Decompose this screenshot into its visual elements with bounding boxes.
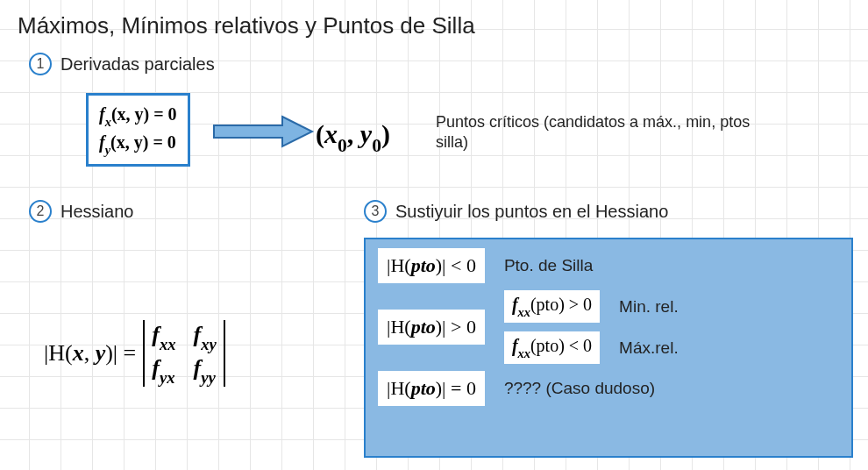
sub-case-max: fxx(pto) < 0 Máx.rel. [504, 331, 679, 364]
eq1-rhs: = 0 [149, 104, 176, 124]
cond-h-lt-0: |H(pto)| < 0 [378, 248, 485, 283]
clt-close: )| < 0 [436, 254, 476, 276]
m21-sub: yx [160, 368, 175, 387]
hess-open: |H( [44, 340, 73, 366]
m12-sub: xy [201, 335, 217, 353]
eq1-args: (x, y) [111, 104, 149, 124]
clt-pto: pto [411, 254, 436, 276]
case-doubt-text: ???? (Caso dudoso) [504, 379, 655, 398]
hessian-lhs: |H(x, y)| = [44, 340, 136, 367]
step-2-label: Hessiano [60, 202, 133, 222]
step-1-badge: 1 [29, 53, 52, 75]
hess-close-eq: )| = [105, 340, 136, 366]
m12-f: f [194, 322, 202, 347]
pt-x-sub: 0 [338, 135, 347, 156]
clt-open: |H( [387, 254, 411, 276]
sp-args: (pto) > 0 [530, 295, 592, 314]
ceq-close: )| = 0 [436, 377, 476, 399]
ceq-pto: pto [411, 377, 436, 399]
cgt-close: )| > 0 [436, 316, 476, 338]
hess-y: y [96, 340, 106, 366]
eq2-args: (x, y) [110, 132, 148, 152]
sn-args: (pto) < 0 [530, 336, 592, 355]
sp-f: f [512, 295, 518, 314]
m22-sub: yy [201, 368, 216, 387]
equation-fy: fy(x, y) = 0 [99, 130, 177, 158]
pt-open: ( [316, 119, 324, 148]
step-3-badge: 3 [364, 200, 387, 223]
classification-box: |H(pto)| < 0 Pto. de Silla |H(pto)| > 0 … [364, 238, 853, 458]
ceq-open: |H( [387, 377, 411, 399]
step-1-label: Derivadas parciales [60, 54, 215, 75]
page-title: Máximos, Mínimos relativos y Puntos de S… [18, 12, 475, 39]
sp-sub: xx [518, 305, 530, 319]
hess-comma: , [84, 340, 96, 366]
case-saddle: |H(pto)| < 0 Pto. de Silla [378, 248, 839, 283]
arrow-icon [210, 114, 316, 153]
step-2-badge: 2 [29, 200, 52, 223]
step-2-number: 2 [37, 203, 45, 219]
case-saddle-text: Pto. de Silla [504, 256, 593, 275]
step-3-label: Sustiyuir los puntos en el Hessiano [395, 202, 668, 222]
sub-case-min-text: Min. rel. [619, 297, 679, 317]
step-3-number: 3 [372, 203, 380, 219]
hessian-formula: |H(x, y)| = fxx fxy fyx fyy [44, 320, 225, 387]
system-equations-box: fx(x, y) = 0 fy(x, y) = 0 [86, 93, 190, 167]
critical-point-desc: Puntos críticos (candidatos a máx., min,… [436, 112, 769, 153]
case-extrema: |H(pto)| > 0 fxx(pto) > 0 Min. rel. fxx(… [378, 290, 839, 364]
cond-h-gt-0: |H(pto)| > 0 [378, 310, 485, 345]
m22-f: f [194, 355, 202, 381]
svg-rect-0 [214, 125, 282, 138]
sn-sub: xx [518, 346, 530, 360]
sn-f: f [512, 336, 518, 355]
m21-f: f [152, 355, 160, 381]
pt-y: y [360, 119, 372, 148]
pt-y-sub: 0 [372, 135, 381, 156]
cgt-pto: pto [411, 316, 436, 338]
hess-x: x [73, 340, 84, 366]
cond-fxx-lt-0: fxx(pto) < 0 [504, 331, 600, 364]
case-doubt: |H(pto)| = 0 ???? (Caso dudoso) [378, 371, 839, 406]
svg-rect-2 [279, 126, 286, 137]
pt-x: x [324, 119, 338, 148]
cond-h-eq-0: |H(pto)| = 0 [378, 371, 485, 406]
pt-close: ) [381, 119, 390, 148]
critical-point: (x0, y0) [316, 119, 390, 154]
eq2-f: f [99, 132, 105, 152]
cgt-open: |H( [387, 316, 411, 338]
eq2-rhs: = 0 [148, 132, 175, 152]
sub-case-min: fxx(pto) > 0 Min. rel. [504, 290, 679, 323]
equation-fx: fx(x, y) = 0 [99, 102, 177, 130]
eq1-f: f [99, 104, 105, 124]
m11-f: f [152, 322, 160, 347]
eq1-sub: x [105, 115, 111, 129]
svg-marker-1 [282, 117, 312, 146]
sub-case-max-text: Máx.rel. [619, 338, 679, 358]
cond-fxx-gt-0: fxx(pto) > 0 [504, 290, 600, 323]
sub-cases: fxx(pto) > 0 Min. rel. fxx(pto) < 0 Máx.… [504, 290, 679, 364]
m11-sub: xx [160, 335, 176, 353]
step-1-number: 1 [37, 56, 45, 72]
eq2-sub: y [105, 143, 110, 157]
hessian-determinant: fxx fxy fyx fyy [143, 320, 225, 387]
pt-comma: , [347, 119, 360, 148]
